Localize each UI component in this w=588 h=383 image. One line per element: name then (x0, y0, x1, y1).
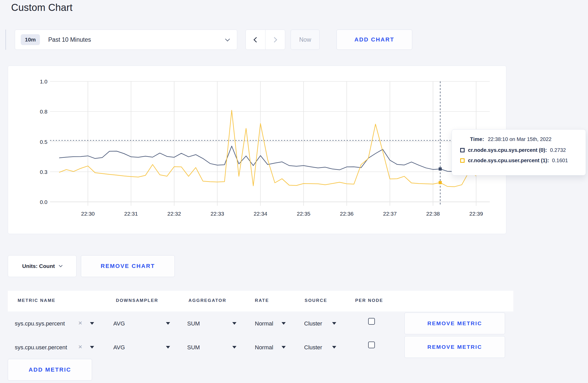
col-rate: RATE (255, 298, 269, 303)
metrics-table-header: METRIC NAME DOWNSAMPLER AGGREGATOR RATE … (8, 291, 513, 311)
source-select[interactable]: Cluster (304, 320, 322, 327)
source-dropdown-icon[interactable] (332, 322, 336, 325)
svg-text:0.3: 0.3 (40, 169, 47, 175)
tooltip-series-value: 0.1601 (552, 158, 568, 164)
clear-metric-icon[interactable]: × (78, 344, 82, 349)
col-downsampler: DOWNSAMPLER (116, 298, 158, 303)
svg-text:1.0: 1.0 (40, 79, 47, 84)
add-metric-button[interactable]: ADD METRIC (8, 359, 92, 381)
chart-tooltip: Time:22:38:10 on Mar 15th, 2022 cr.node.… (452, 129, 586, 175)
time-window-select[interactable]: 10m Past 10 Minutes (15, 30, 237, 50)
svg-text:22:32: 22:32 (167, 211, 181, 217)
metric-dropdown-icon[interactable] (90, 346, 94, 349)
tooltip-time-value: 22:38:10 on Mar 15th, 2022 (488, 136, 551, 142)
tooltip-series-label: cr.node.sys.cpu.user.percent (1): (468, 158, 549, 164)
tooltip-series-value: 0.2732 (550, 147, 566, 153)
tooltip-series-row: cr.node.sys.cpu.sys.percent (0): 0.2732 (460, 147, 586, 153)
downsampler-dropdown-icon[interactable] (166, 346, 170, 349)
col-per-node: PER NODE (355, 298, 383, 303)
svg-text:22:35: 22:35 (297, 211, 311, 217)
sys-series-swatch-icon (460, 148, 465, 152)
custom-chart-page: Custom Chart 10m Past 10 Minutes Now ADD… (0, 0, 588, 383)
metric-name-value[interactable]: sys.cpu.user.percent (15, 344, 67, 351)
time-nav-group (246, 30, 285, 50)
svg-text:22:38: 22:38 (426, 211, 440, 217)
source-dropdown-icon[interactable] (332, 346, 336, 349)
col-metric-name: METRIC NAME (18, 298, 55, 303)
rate-select[interactable]: Normal (255, 320, 273, 327)
remove-metric-button[interactable]: REMOVE METRIC (404, 336, 505, 358)
tooltip-series-row: cr.node.sys.cpu.user.percent (1): 0.1601 (460, 158, 586, 164)
now-button[interactable]: Now (291, 30, 320, 50)
page-title: Custom Chart (11, 2, 73, 13)
tooltip-series-label: cr.node.sys.cpu.sys.percent (0): (468, 147, 547, 153)
metric-name-value[interactable]: sys.cpu.sys.percent (15, 320, 65, 327)
source-select[interactable]: Cluster (304, 344, 322, 351)
remove-metric-button[interactable]: REMOVE METRIC (404, 313, 505, 334)
next-time-button[interactable] (265, 30, 285, 49)
chart-card: 0.00.30.50.81.022:3022:3122:3222:3322:34… (8, 66, 506, 234)
metric-dropdown-icon[interactable] (90, 322, 94, 325)
svg-text:0.8: 0.8 (40, 109, 47, 115)
chart-plot[interactable]: 0.00.30.50.81.022:3022:3122:3222:3322:34… (8, 66, 506, 234)
rate-dropdown-icon[interactable] (282, 346, 286, 349)
aggregator-dropdown-icon[interactable] (232, 346, 236, 349)
aggregator-select[interactable]: SUM (187, 344, 200, 351)
svg-text:22:39: 22:39 (469, 211, 483, 217)
chevron-down-icon (59, 264, 62, 267)
per-node-checkbox[interactable] (368, 342, 375, 348)
tooltip-time-label: Time: (470, 136, 484, 142)
user-series-swatch-icon (460, 158, 465, 163)
clear-metric-icon[interactable]: × (78, 320, 82, 325)
rate-select[interactable]: Normal (255, 344, 273, 351)
remove-chart-button[interactable]: REMOVE CHART (81, 255, 175, 277)
downsampler-dropdown-icon[interactable] (166, 322, 170, 325)
svg-text:22:33: 22:33 (211, 211, 224, 217)
svg-text:0.5: 0.5 (40, 139, 47, 145)
svg-text:0.0: 0.0 (40, 199, 47, 205)
svg-text:22:31: 22:31 (124, 211, 138, 217)
units-select[interactable]: Units: Count (8, 255, 76, 277)
tooltip-time: Time:22:38:10 on Mar 15th, 2022 (460, 136, 586, 142)
per-node-checkbox[interactable] (368, 318, 375, 325)
add-chart-button[interactable]: ADD CHART (337, 30, 412, 50)
svg-text:22:30: 22:30 (81, 211, 95, 217)
time-window-label: Past 10 Minutes (48, 36, 91, 43)
toolbar-divider (5, 30, 6, 50)
aggregator-dropdown-icon[interactable] (232, 322, 236, 325)
rate-dropdown-icon[interactable] (282, 322, 286, 325)
aggregator-select[interactable]: SUM (187, 320, 200, 327)
time-window-badge: 10m (21, 34, 40, 45)
prev-time-button[interactable] (246, 30, 265, 49)
col-source: SOURCE (305, 298, 327, 303)
units-label: Units: Count (22, 263, 55, 269)
chevron-right-icon (272, 37, 277, 42)
chevron-down-icon (225, 37, 230, 41)
downsampler-select[interactable]: AVG (113, 320, 125, 327)
chevron-left-icon (254, 37, 259, 42)
svg-text:22:36: 22:36 (340, 211, 354, 217)
col-aggregator: AGGREGATOR (188, 298, 226, 303)
svg-text:22:37: 22:37 (383, 211, 397, 217)
svg-text:22:34: 22:34 (254, 211, 267, 217)
downsampler-select[interactable]: AVG (113, 344, 125, 351)
